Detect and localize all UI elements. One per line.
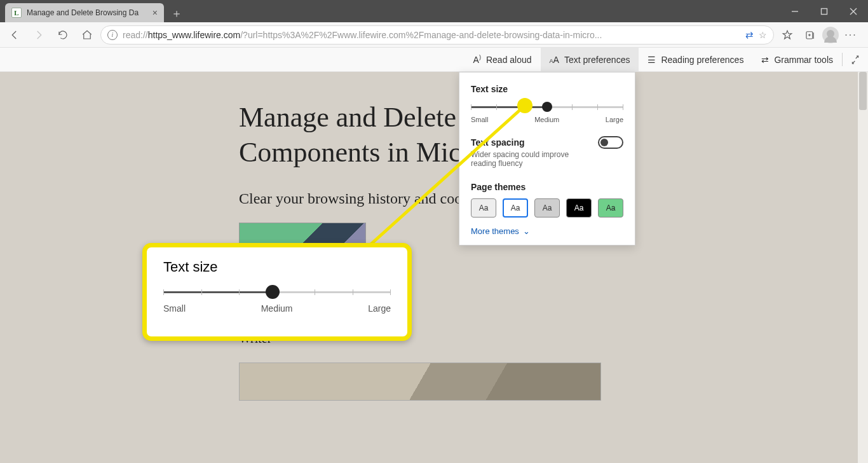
theme-sepia[interactable]: Aa bbox=[534, 198, 560, 218]
grammar-tools-icon: ⇄ bbox=[761, 55, 769, 65]
page-themes-heading: Page themes bbox=[471, 182, 623, 192]
slider-label-small: Small bbox=[471, 116, 489, 123]
home-button[interactable] bbox=[76, 24, 98, 46]
scrollbar-thumb[interactable] bbox=[859, 72, 867, 110]
callout-slider-labels: Small Medium Large bbox=[163, 303, 391, 314]
browser-toolbar: i read://https_www.lifewire.com/?url=htt… bbox=[0, 22, 868, 48]
window-close-button[interactable] bbox=[839, 0, 868, 22]
text-preferences-label: Text preferences bbox=[564, 55, 630, 65]
tab-close-icon[interactable]: × bbox=[153, 8, 158, 17]
read-aloud-icon: A) bbox=[473, 54, 481, 65]
slider-label-large: Large bbox=[606, 116, 623, 123]
text-size-heading: Text size bbox=[471, 84, 623, 94]
read-aloud-button[interactable]: A) Read aloud bbox=[465, 48, 541, 71]
slider-label-medium: Medium bbox=[534, 116, 559, 123]
tab-title: Manage and Delete Browsing Da bbox=[27, 8, 147, 17]
address-bar[interactable]: i read://https_www.lifewire.com/?url=htt… bbox=[100, 25, 774, 45]
text-size-slider[interactable] bbox=[471, 99, 623, 114]
text-preferences-icon: AA bbox=[550, 55, 559, 65]
window-maximize-button[interactable] bbox=[810, 0, 839, 22]
read-aloud-label: Read aloud bbox=[486, 55, 532, 65]
reader-view-toolbar: A) Read aloud AA Text preferences ☰ Read… bbox=[0, 48, 868, 72]
page-scrollbar[interactable] bbox=[858, 72, 868, 463]
tab-favicon: L bbox=[11, 8, 22, 18]
grammar-tools-button[interactable]: ⇄ Grammar tools bbox=[752, 48, 842, 71]
site-info-icon[interactable]: i bbox=[107, 30, 118, 40]
page-themes-row: Aa Aa Aa Aa Aa bbox=[471, 198, 623, 218]
callout-label-large: Large bbox=[368, 303, 391, 314]
more-themes-link[interactable]: More themes ⌄ bbox=[471, 226, 623, 236]
text-spacing-toggle[interactable] bbox=[598, 136, 623, 149]
favorites-button[interactable] bbox=[776, 24, 798, 46]
pin-toolbar-button[interactable] bbox=[843, 48, 868, 71]
more-menu-button[interactable]: ··· bbox=[840, 24, 862, 46]
theme-dark[interactable]: Aa bbox=[566, 198, 592, 218]
refresh-button[interactable] bbox=[52, 24, 74, 46]
new-tab-button[interactable]: ＋ bbox=[168, 4, 186, 22]
favorite-star-icon[interactable]: ☆ bbox=[759, 30, 767, 40]
address-bar-url: read://https_www.lifewire.com/?url=https… bbox=[123, 30, 740, 40]
callout-anchor-dot bbox=[517, 98, 532, 113]
browser-tab[interactable]: L Manage and Delete Browsing Da × bbox=[5, 3, 164, 22]
text-size-callout: Text size Small Medium Large bbox=[142, 243, 412, 341]
reader-page: Manage and Delete Browsing Data Componen… bbox=[0, 72, 868, 463]
text-preferences-button[interactable]: AA Text preferences bbox=[541, 48, 639, 71]
text-preferences-panel: Text size Small Medium Large Text spacin… bbox=[459, 72, 635, 245]
more-themes-label: More themes bbox=[471, 226, 519, 236]
svg-rect-1 bbox=[822, 8, 827, 14]
translate-icon[interactable]: ⇄ bbox=[745, 29, 754, 41]
window-controls bbox=[780, 0, 868, 22]
text-size-slider-labels: Small Medium Large bbox=[471, 116, 623, 123]
window-minimize-button[interactable] bbox=[780, 0, 810, 22]
callout-label-medium: Medium bbox=[261, 303, 293, 314]
text-spacing-heading: Text spacing bbox=[471, 137, 525, 148]
reading-preferences-icon: ☰ bbox=[648, 55, 656, 65]
collections-button[interactable] bbox=[799, 24, 821, 46]
theme-green[interactable]: Aa bbox=[598, 198, 623, 218]
back-button[interactable] bbox=[4, 24, 25, 46]
reading-preferences-button[interactable]: ☰ Reading preferences bbox=[639, 48, 752, 71]
reading-preferences-label: Reading preferences bbox=[661, 55, 743, 65]
forward-button[interactable] bbox=[28, 24, 50, 46]
theme-light[interactable]: Aa bbox=[471, 198, 496, 218]
grammar-tools-label: Grammar tools bbox=[774, 55, 833, 65]
chevron-down-icon: ⌄ bbox=[523, 226, 530, 236]
theme-default[interactable]: Aa bbox=[503, 198, 528, 218]
profile-avatar[interactable] bbox=[822, 27, 839, 43]
window-titlebar: L Manage and Delete Browsing Da × ＋ bbox=[0, 0, 868, 22]
text-spacing-hint: Wider spacing could improve reading flue… bbox=[471, 150, 592, 168]
svg-marker-4 bbox=[783, 31, 792, 39]
callout-label-small: Small bbox=[163, 303, 186, 314]
article-hero-image bbox=[239, 363, 601, 401]
callout-text-size-slider[interactable] bbox=[163, 284, 391, 302]
callout-heading: Text size bbox=[163, 259, 391, 275]
